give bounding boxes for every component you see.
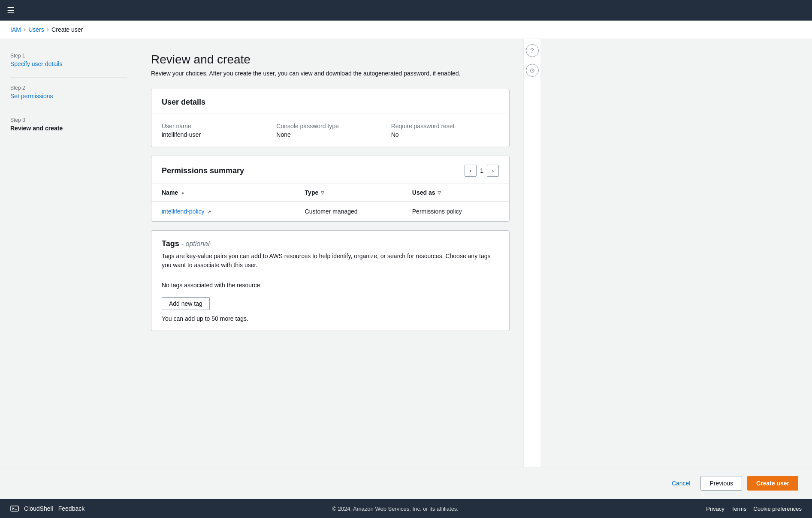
step-3-active-label: Review and create [10,125,63,132]
user-name-label: User name [162,123,269,130]
hamburger-menu-icon[interactable]: ☰ [7,5,15,15]
step-1: Step 1 Specify user details [10,53,127,67]
cookie-preferences-link[interactable]: Cookie preferences [753,506,802,512]
policy-name-cell: intellifend-policy ↗ [151,202,295,221]
help-icon-button[interactable]: ? [526,44,539,57]
prev-page-button[interactable]: ‹ [465,165,477,177]
name-header-inner[interactable]: Name ▲ [162,189,284,196]
cancel-button[interactable]: Cancel [667,476,696,490]
permissions-title: Permissions summary [162,166,244,175]
step-3: Step 3 Review and create [10,117,127,132]
console-password-label: Console password type [276,123,384,130]
cloudshell-icon [10,504,19,513]
step-2: Step 2 Set permissions [10,85,127,99]
user-details-card: User details User name intellifend-user … [151,89,510,147]
step-1-divider [10,78,127,78]
col-header-used-as: Used as ▽ [402,184,509,202]
col-header-type: Type ▽ [295,184,402,202]
permissions-header: Permissions summary ‹ 1 › [151,156,509,184]
step-2-label: Step 2 [10,85,127,91]
privacy-link[interactable]: Privacy [706,506,724,512]
user-details-body: User name intellifend-user Console passw… [151,114,509,147]
console-password-field: Console password type None [276,123,384,138]
user-name-field: User name intellifend-user [162,123,269,138]
step-2-link[interactable]: Set permissions [10,93,53,99]
used-as-header-inner[interactable]: Used as ▽ [412,189,499,196]
page-number: 1 [480,167,483,174]
svg-rect-0 [11,506,18,511]
breadcrumb-sep2: › [47,26,49,33]
page-title: Review and create [151,53,510,66]
used-as-sort-icon: ▽ [438,190,441,195]
add-new-tag-button[interactable]: Add new tag [162,297,210,310]
next-page-button[interactable]: › [487,165,499,177]
settings-icon-button[interactable]: ⊙ [526,64,539,77]
no-tags-message: No tags associated with the resource. [162,282,499,289]
step-3-label: Step 3 [10,117,127,123]
step-2-divider [10,110,127,110]
main-content: Review and create Review your choices. A… [137,39,523,467]
cloudshell-label: CloudShell [24,505,53,512]
bottom-bar: CloudShell Feedback © 2024, Amazon Web S… [0,499,812,518]
breadcrumb: IAM › Users › Create user [0,21,812,39]
tags-body: No tags associated with the resource. Ad… [151,273,509,331]
bottom-right-links: Privacy Terms Cookie preferences [706,506,802,512]
tags-header: Tags - optional Tags are key-value pairs… [151,231,509,273]
step-1-link[interactable]: Specify user details [10,60,62,67]
permissions-table: Name ▲ Type ▽ Used as [151,184,509,221]
policy-type-cell: Customer managed [295,202,402,221]
password-reset-label: Require password reset [391,123,499,130]
tags-optional-label: - optional [181,240,210,247]
policy-link[interactable]: intellifend-policy [162,208,205,215]
external-link-icon: ↗ [207,209,211,214]
console-password-value: None [276,131,384,138]
previous-button[interactable]: Previous [700,476,742,491]
name-sort-icon: ▲ [181,190,185,195]
tags-title: Tags - optional [162,239,499,248]
type-sort-icon: ▽ [321,190,324,195]
terms-link[interactable]: Terms [731,506,746,512]
feedback-link[interactable]: Feedback [58,505,85,512]
step-1-label: Step 1 [10,53,127,59]
create-user-button[interactable]: Create user [747,476,798,491]
right-panel-icons: ? ⊙ [523,39,540,467]
policy-used-as-cell: Permissions policy [402,202,509,221]
tags-card: Tags - optional Tags are key-value pairs… [151,230,510,331]
tags-limit-note: You can add up to 50 more tags. [162,315,499,322]
bottom-left: CloudShell Feedback [10,504,85,513]
pagination-controls: ‹ 1 › [465,165,499,177]
top-nav: ☰ [0,0,812,21]
breadcrumb-users-link[interactable]: Users [28,26,44,33]
col-header-name: Name ▲ [151,184,295,202]
user-name-value: intellifend-user [162,131,269,138]
password-reset-field: Require password reset No [391,123,499,138]
user-details-title: User details [162,98,499,107]
permissions-summary-card: Permissions summary ‹ 1 › Name ▲ [151,156,510,222]
password-reset-value: No [391,131,499,138]
breadcrumb-sep1: › [24,26,26,33]
table-header-row: Name ▲ Type ▽ Used as [151,184,509,202]
table-row: intellifend-policy ↗ Customer managed Pe… [151,202,509,221]
user-details-grid: User name intellifend-user Console passw… [162,123,499,138]
tags-description: Tags are key-value pairs you can add to … [162,252,499,270]
breadcrumb-iam-link[interactable]: IAM [10,26,21,33]
type-header-inner[interactable]: Type ▽ [305,189,392,196]
page-description: Review your choices. After you create th… [151,70,510,77]
footer-actions: Cancel Previous Create user [0,467,812,499]
user-details-header: User details [151,89,509,114]
copyright: © 2024, Amazon Web Services, Inc. or its… [332,506,459,512]
main-layout: Step 1 Specify user details Step 2 Set p… [0,39,812,467]
sidebar: Step 1 Specify user details Step 2 Set p… [0,39,137,467]
breadcrumb-current: Create user [51,26,83,33]
